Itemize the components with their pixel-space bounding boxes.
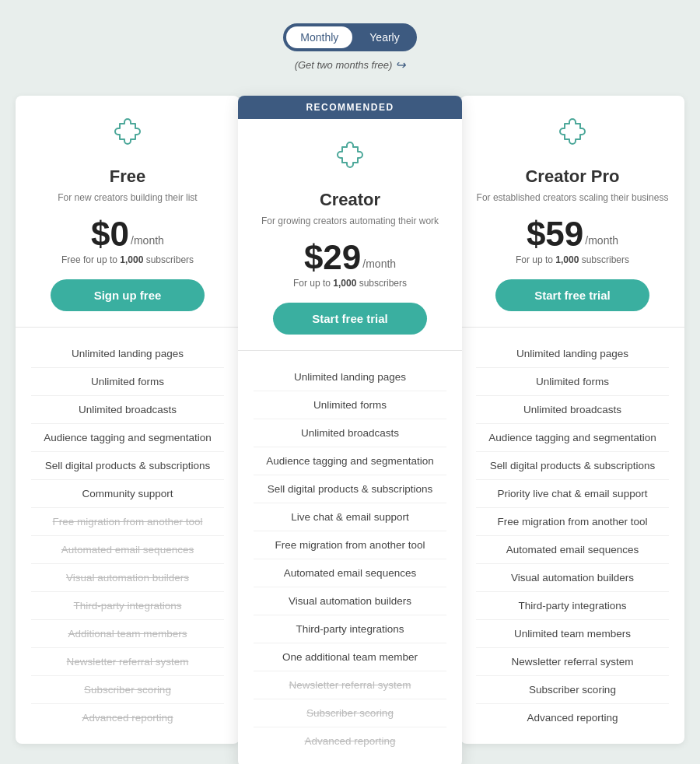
plan-features: Unlimited landing pagesUnlimited formsUn… xyxy=(238,351,462,764)
feature-item: Third-party integrations xyxy=(254,615,446,643)
price-note: For up to 1,000 subscribers xyxy=(254,278,446,289)
feature-item: Visual automation builders xyxy=(31,564,224,592)
arrow-icon: ↪ xyxy=(395,58,405,72)
plan-card-creator: RECOMMENDED Creator For growing creators… xyxy=(238,96,462,764)
feature-item: Free migration from another tool xyxy=(31,508,224,536)
price-amount: $0 xyxy=(91,217,129,251)
recommended-badge: RECOMMENDED xyxy=(238,96,462,119)
feature-item: Free migration from another tool xyxy=(476,508,669,536)
plan-top: Free For new creators building their lis… xyxy=(16,96,240,328)
feature-item: Unlimited broadcasts xyxy=(476,396,669,424)
feature-item: Subscriber scoring xyxy=(254,699,446,727)
feature-item: Advanced reporting xyxy=(476,704,669,731)
feature-item: Audience tagging and segmentation xyxy=(31,424,224,452)
billing-toggle[interactable]: Monthly Yearly xyxy=(283,23,416,51)
plan-name: Creator xyxy=(254,190,446,210)
plan-card-creator-pro: Creator Pro For established creators sca… xyxy=(460,96,684,744)
feature-item: Visual automation builders xyxy=(476,564,669,592)
price-note: For up to 1,000 subscribers xyxy=(476,254,669,265)
price-period: /month xyxy=(131,234,164,247)
feature-item: Unlimited broadcasts xyxy=(31,396,224,424)
feature-item: Unlimited forms xyxy=(31,368,224,396)
feature-item: Subscriber scoring xyxy=(476,676,669,704)
plan-price: $0 /month xyxy=(31,217,224,251)
monthly-toggle-btn[interactable]: Monthly xyxy=(286,26,352,48)
feature-item: Community support xyxy=(31,480,224,508)
feature-item: Sell digital products & subscriptions xyxy=(254,475,446,503)
plans-container: Free For new creators building their lis… xyxy=(16,96,684,764)
plan-description: For established creators scaling their b… xyxy=(476,191,669,205)
feature-item: Sell digital products & subscriptions xyxy=(31,452,224,480)
feature-item: Unlimited landing pages xyxy=(31,340,224,368)
feature-item: Unlimited forms xyxy=(476,368,669,396)
plan-name: Creator Pro xyxy=(476,166,669,187)
feature-item: Unlimited landing pages xyxy=(254,363,446,391)
plan-name: Free xyxy=(31,166,224,187)
feature-item: Advanced reporting xyxy=(254,727,446,755)
feature-item: Free migration from another tool xyxy=(254,531,446,559)
plan-features: Unlimited landing pagesUnlimited formsUn… xyxy=(460,328,684,744)
feature-item: Newsletter referral system xyxy=(476,648,669,676)
feature-item: Automated email sequences xyxy=(254,559,446,587)
plan-icon xyxy=(31,114,224,159)
feature-item: Audience tagging and segmentation xyxy=(254,447,446,475)
plan-icon xyxy=(476,114,669,159)
feature-item: Newsletter referral system xyxy=(31,648,224,676)
plan-cta-button[interactable]: Start free trial xyxy=(273,303,427,335)
price-period: /month xyxy=(362,258,396,270)
price-period: /month xyxy=(585,234,618,247)
feature-item: Priority live chat & email support xyxy=(476,480,669,508)
plan-description: For new creators building their list xyxy=(31,191,224,205)
feature-item: Unlimited forms xyxy=(254,391,446,419)
feature-item: Visual automation builders xyxy=(254,587,446,615)
promo-text: (Get two months free) ↪ xyxy=(295,58,406,72)
feature-item: Audience tagging and segmentation xyxy=(476,424,669,452)
feature-item: Additional team members xyxy=(31,620,224,648)
plan-cta-button[interactable]: Start free trial xyxy=(495,279,649,311)
feature-item: Live chat & email support xyxy=(254,503,446,531)
feature-item: Advanced reporting xyxy=(31,704,224,731)
plan-top: Creator For growing creators automating … xyxy=(238,119,462,351)
feature-item: Unlimited team members xyxy=(476,620,669,648)
feature-item: Unlimited landing pages xyxy=(476,340,669,368)
feature-item: Third-party integrations xyxy=(31,592,224,620)
feature-item: Unlimited broadcasts xyxy=(254,419,446,447)
yearly-toggle-btn[interactable]: Yearly xyxy=(355,26,413,48)
plan-description: For growing creators automating their wo… xyxy=(254,215,446,228)
price-amount: $59 xyxy=(527,217,583,251)
plan-price: $59 /month xyxy=(476,217,669,251)
feature-item: Automated email sequences xyxy=(476,536,669,564)
feature-item: Newsletter referral system xyxy=(254,671,446,699)
price-amount: $29 xyxy=(304,240,361,275)
feature-item: Third-party integrations xyxy=(476,592,669,620)
feature-item: One additional team member xyxy=(254,643,446,671)
plan-cta-button[interactable]: Sign up free xyxy=(51,279,205,311)
price-note: Free for up to 1,000 subscribers xyxy=(31,254,224,265)
plan-icon xyxy=(254,138,446,182)
plan-card-free: Free For new creators building their lis… xyxy=(16,96,240,744)
feature-item: Automated email sequences xyxy=(31,536,224,564)
feature-item: Subscriber scoring xyxy=(31,676,224,704)
plan-price: $29 /month xyxy=(254,240,446,275)
plan-features: Unlimited landing pagesUnlimited formsUn… xyxy=(16,328,240,744)
feature-item: Sell digital products & subscriptions xyxy=(476,452,669,480)
plan-top: Creator Pro For established creators sca… xyxy=(460,96,684,328)
